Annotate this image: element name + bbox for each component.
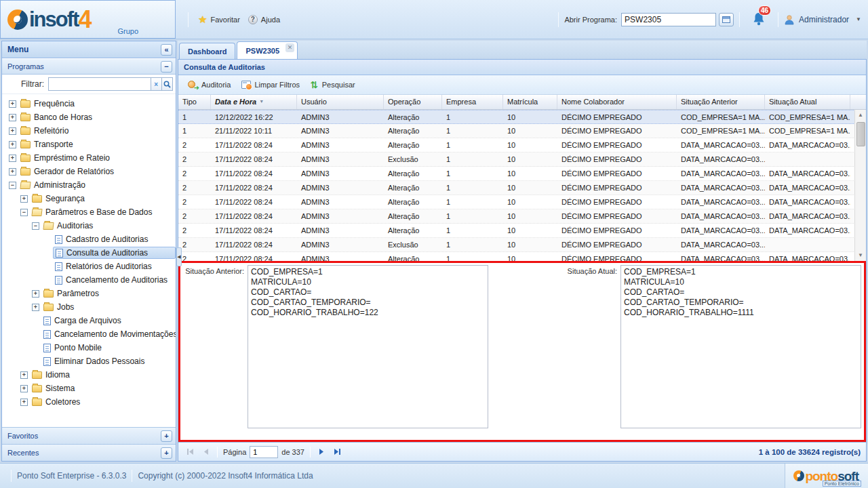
table-cell: 10	[503, 152, 557, 166]
favorites-section[interactable]: Favoritos +	[2, 427, 176, 444]
column-header-empresa[interactable]: Empresa	[442, 95, 503, 109]
column-header-usu-rio[interactable]: Usuário	[297, 95, 384, 109]
tree-item-refeit-rio[interactable]: +Refeitório	[3, 124, 176, 138]
tree-expander-icon[interactable]: +	[32, 290, 39, 298]
tree-item-transporte[interactable]: +Transporte	[3, 138, 176, 151]
tab-dashboard[interactable]: Dashboard	[179, 43, 235, 59]
previous-page-button[interactable]	[199, 446, 212, 458]
column-header-situa-o-atual[interactable]: Situação Atual	[765, 95, 850, 109]
current-situation-field[interactable]: COD_EMPRESA=1 MATRICULA=10 COD_CARTAO= C…	[620, 265, 861, 428]
tree-item-administra-o[interactable]: −Administração	[3, 178, 176, 192]
open-program-button[interactable]	[719, 13, 734, 26]
table-row[interactable]: 217/11/2022 08:24ADMIN3Alteração110DÉCIM…	[178, 209, 866, 224]
search-button[interactable]: ⇄ Pesquisar	[306, 78, 360, 92]
tree-item-relat-rios-de-auditorias[interactable]: Relatórios de Auditorias	[3, 260, 176, 273]
tree-expander-icon[interactable]: +	[20, 195, 28, 203]
tree-item-eliminar-dados-pessoais[interactable]: Eliminar Dados Pessoais	[3, 354, 176, 368]
tree-item-carga-de-arquivos[interactable]: Carga de Arquivos	[3, 314, 176, 327]
favorites-expand-button[interactable]: +	[161, 430, 172, 442]
scrollbar-thumb[interactable]	[856, 122, 865, 146]
table-cell: Alteração	[384, 224, 442, 237]
programs-header[interactable]: Programas −	[2, 58, 176, 75]
tree-item-ponto-mobile[interactable]: Ponto Mobile	[3, 341, 176, 354]
close-tab-icon[interactable]: ✕	[285, 43, 294, 52]
table-row[interactable]: 121/11/2022 10:11ADMIN3Alteração110DÉCIM…	[178, 124, 866, 138]
audit-button[interactable]: Auditoria	[182, 78, 235, 92]
clear-filters-button[interactable]: Limpar Filtros	[237, 79, 304, 91]
scroll-up-icon[interactable]: ▲	[855, 110, 866, 121]
tree-expander-icon[interactable]: +	[9, 114, 16, 121]
tab-psw2305[interactable]: PSW2305 ✕	[237, 41, 298, 59]
tree-expander-icon[interactable]: −	[9, 182, 16, 189]
first-page-icon	[186, 448, 194, 455]
tree-item-banco-de-horas[interactable]: +Banco de Horas	[3, 110, 176, 124]
column-header-nome-colaborador[interactable]: Nome Colaborador	[557, 95, 677, 109]
tree-expander-icon[interactable]: −	[20, 209, 28, 216]
tree-item-coletores[interactable]: +Coletores	[3, 395, 176, 409]
splitter-collapse-handle[interactable]: ◀	[176, 247, 182, 266]
programs-collapse-button[interactable]: −	[161, 61, 172, 73]
page-number-input[interactable]	[250, 446, 278, 458]
filter-search-button[interactable]	[161, 77, 173, 91]
tree-item-consulta-de-auditorias[interactable]: Consulta de Auditorias	[3, 246, 176, 260]
tree-expander-icon[interactable]: +	[9, 127, 16, 135]
last-page-button[interactable]	[332, 446, 344, 458]
help-button[interactable]: ? Ajuda	[244, 12, 284, 27]
filter-input[interactable]	[48, 77, 151, 91]
tree-item-cancelamento-de-auditorias[interactable]: Cancelamento de Auditorias	[3, 273, 176, 287]
tree-item-sistema[interactable]: +Sistema	[3, 382, 176, 395]
tree-item-cadastro-de-auditorias[interactable]: Cadastro de Auditorias	[3, 232, 176, 246]
tree-item-empr-stimo-e-rateio[interactable]: +Empréstimo e Rateio	[3, 151, 176, 165]
tree-expander-icon[interactable]: −	[32, 222, 39, 230]
tree-expander-icon[interactable]: +	[9, 155, 16, 162]
tree-item-par-metros-e-base-de-dados[interactable]: −Parâmetros e Base de Dados	[3, 205, 176, 219]
tree-item-cancelamento-de-movimenta-es[interactable]: Cancelamento de Movimentações	[3, 327, 176, 341]
recents-section[interactable]: Recentes +	[2, 444, 176, 461]
vertical-scrollbar[interactable]: ▲ ▼	[854, 110, 866, 261]
tree-item-jobs[interactable]: +Jobs	[3, 300, 176, 314]
tree-expander-icon[interactable]: +	[9, 141, 16, 148]
column-header-data-e-hora[interactable]: Data e Hora▼	[211, 95, 297, 109]
menu-header: Menu «	[2, 41, 176, 58]
collapse-sidebar-button[interactable]: «	[161, 44, 172, 56]
table-row[interactable]: 217/11/2022 08:24ADMIN3Exclusão110DÉCIMO…	[178, 238, 866, 252]
column-header-tipo[interactable]: Tipo	[178, 95, 211, 109]
tree-expander-icon[interactable]: +	[9, 168, 16, 176]
tree-item-seguran-a[interactable]: +Segurança	[3, 192, 176, 205]
scroll-down-icon[interactable]: ▼	[855, 250, 866, 261]
table-row[interactable]: 217/11/2022 08:24ADMIN3Alteração110DÉCIM…	[178, 195, 866, 209]
tree-item-idioma[interactable]: +Idioma	[3, 368, 176, 382]
tree-expander-icon[interactable]: +	[20, 385, 28, 392]
tree-item-par-metros[interactable]: +Parâmetros	[3, 287, 176, 300]
table-row[interactable]: 217/11/2022 08:24ADMIN3Alteração110DÉCIM…	[178, 252, 866, 261]
table-row[interactable]: 217/11/2022 08:24ADMIN3Alteração110DÉCIM…	[178, 224, 866, 238]
previous-situation-label: Situação Anterior:	[183, 265, 248, 438]
filter-clear-button[interactable]: ×	[151, 77, 161, 91]
tree-item-auditorias[interactable]: −Auditorias	[3, 219, 176, 232]
table-row[interactable]: 217/11/2022 08:24ADMIN3Exclusão110DÉCIMO…	[178, 152, 866, 167]
tree-item-frequ-ncia[interactable]: +Frequência	[3, 97, 176, 110]
table-row[interactable]: 217/11/2022 08:24ADMIN3Alteração110DÉCIM…	[178, 181, 866, 195]
next-page-button[interactable]	[316, 446, 328, 458]
table-row[interactable]: 217/11/2022 08:24ADMIN3Alteração110DÉCIM…	[178, 138, 866, 152]
tree-expander-icon[interactable]: +	[9, 100, 16, 108]
refresh-icon: ⇄	[310, 81, 319, 89]
tree-item-gerador-de-relat-rios[interactable]: +Gerador de Relatórios	[3, 165, 176, 178]
grid-body: 112/12/2022 16:22ADMIN3Alteração110DÉCIM…	[178, 110, 866, 261]
recents-expand-button[interactable]: +	[161, 447, 172, 459]
previous-situation-field[interactable]: COD_EMPRESA=1 MATRICULA=10 COD_CARTAO= C…	[248, 265, 488, 428]
tree-expander-icon[interactable]: +	[20, 399, 28, 406]
tree-expander-icon[interactable]: +	[32, 304, 39, 311]
open-program-input[interactable]	[621, 13, 716, 26]
column-header-situa-o-anterior[interactable]: Situação Anterior	[677, 95, 765, 109]
notifications-button[interactable]: 46	[752, 12, 766, 28]
favorite-button[interactable]: ★ Favoritar	[194, 12, 244, 27]
user-menu-button[interactable]: Administrador ▼	[784, 14, 861, 25]
first-page-button[interactable]	[184, 446, 196, 458]
column-header-matr-cula[interactable]: Matrícula	[503, 95, 557, 109]
column-header-opera-o[interactable]: Operação	[384, 95, 442, 109]
table-row[interactable]: 112/12/2022 16:22ADMIN3Alteração110DÉCIM…	[178, 110, 866, 124]
table-row[interactable]: 217/11/2022 08:24ADMIN3Alteração110DÉCIM…	[178, 167, 866, 181]
search-icon	[163, 81, 171, 88]
tree-expander-icon[interactable]: +	[20, 371, 28, 379]
